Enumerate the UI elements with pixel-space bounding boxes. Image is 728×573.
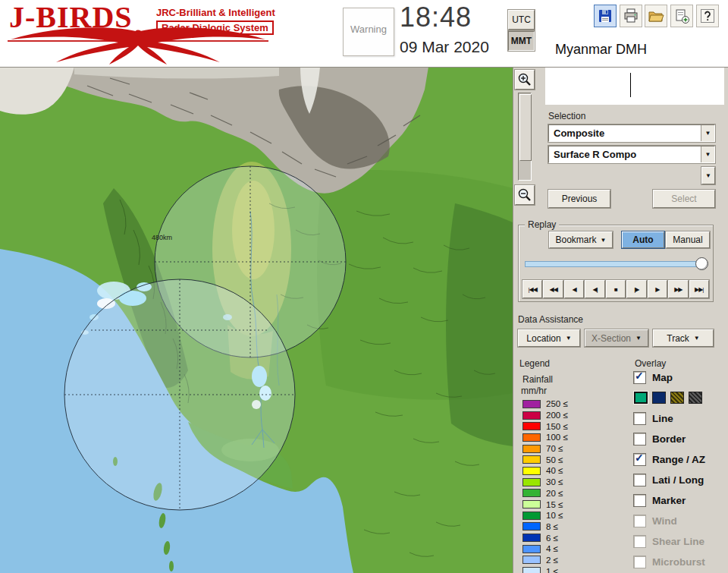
save-button[interactable] [594, 5, 617, 27]
overlay-item-range-az[interactable]: ✓Range / AZ [633, 453, 727, 466]
checkbox[interactable] [633, 474, 646, 486]
help-button[interactable] [696, 5, 719, 27]
previous-button[interactable]: Previous [548, 190, 610, 208]
zoom-slider-thumb[interactable] [519, 94, 532, 161]
text-cursor [630, 73, 631, 97]
print-icon [623, 8, 639, 24]
map-style-swatch-1[interactable] [634, 392, 648, 404]
overlay-item-map[interactable]: ✓Map [633, 371, 727, 384]
chevron-down-icon[interactable]: ▼ [701, 125, 714, 141]
overlay-item-border[interactable]: Border [633, 433, 727, 445]
legend-color-swatch [522, 556, 541, 564]
jump-to-end-button[interactable]: ▶▶| [689, 280, 709, 298]
map-style-swatch-2[interactable] [652, 392, 666, 404]
overlay-item-shear-line: Shear Line [633, 535, 727, 548]
overlay-item-microburst: Microburst [633, 556, 727, 568]
data-assistance-label: Data Assistance [518, 314, 583, 325]
legend-item: 1 ≤ [522, 565, 621, 573]
fast-rewind-button[interactable]: ◀◀ [543, 280, 563, 298]
fast-forward-button[interactable]: ▶▶ [668, 280, 688, 298]
legend-color-swatch [522, 522, 541, 530]
legend-item: 8 ≤ [522, 521, 621, 533]
legend-item: 70 ≤ [522, 443, 621, 455]
chevron-down-icon: ▼ [635, 335, 642, 342]
overlay-item-wind: Wind [633, 515, 727, 527]
checkbox[interactable] [633, 494, 646, 507]
auto-mode-button[interactable]: Auto [622, 231, 664, 248]
extra-select-arrow[interactable]: ▼ [701, 167, 715, 184]
command-input[interactable] [545, 67, 724, 105]
product-select[interactable]: Surface R Compo ▼ [548, 146, 715, 163]
legend-value: 150 ≤ [546, 422, 568, 431]
jump-to-start-button[interactable]: |◀◀ [522, 280, 542, 298]
zoom-slider[interactable] [518, 93, 532, 181]
chevron-down-icon[interactable]: ▼ [701, 146, 714, 162]
manual-mode-button[interactable]: Manual [666, 231, 710, 248]
print-button[interactable] [620, 5, 642, 27]
legend-item: 6 ≤ [522, 532, 621, 543]
overlay-item-marker[interactable]: Marker [633, 494, 727, 507]
composite-select[interactable]: Composite ▼ [548, 124, 715, 142]
legend-value: 20 ≤ [546, 489, 563, 498]
overlay-item-label: Line [652, 413, 673, 424]
checkbox [633, 556, 646, 568]
checkbox[interactable] [633, 433, 646, 445]
radar-map[interactable]: 480km [0, 67, 513, 573]
map-style-swatch-4[interactable] [689, 392, 702, 404]
legend-color-swatch [522, 433, 541, 442]
legend-value: 10 ≤ [546, 511, 563, 520]
stop-button[interactable]: ■ [606, 280, 626, 298]
location-button[interactable]: Location ▼ [518, 329, 580, 347]
replay-label: Replay [525, 219, 559, 230]
chevron-down-icon: ▼ [694, 335, 700, 342]
step-forward-button[interactable]: |▶ [626, 280, 646, 298]
zoom-in-button[interactable] [515, 70, 535, 90]
legend-unit-2: mm/hr [521, 386, 547, 396]
play-button[interactable]: ▶ [648, 280, 667, 298]
legend-color-swatch [522, 467, 541, 475]
replay-slider-track[interactable] [525, 261, 707, 267]
checkbox[interactable] [633, 412, 646, 425]
legend-item: 20 ≤ [522, 488, 621, 499]
export-button[interactable] [670, 5, 693, 27]
step-back-button[interactable]: ◀| [585, 280, 604, 298]
track-button[interactable]: Track ▼ [653, 329, 714, 347]
legend-item: 250 ≤ [522, 398, 621, 410]
utc-toggle-button[interactable]: UTC [508, 10, 535, 30]
legend-color-swatch [522, 478, 541, 486]
checkbox[interactable]: ✓ [633, 371, 646, 384]
product-select-value: Surface R Compo [549, 146, 701, 162]
legend-color-swatch [522, 500, 541, 508]
play-reverse-button[interactable]: ◀ [564, 280, 584, 298]
open-folder-button[interactable] [645, 5, 667, 27]
overlay-item-lati-long[interactable]: Lati / Long [633, 474, 727, 486]
check-icon: ✓ [635, 452, 644, 464]
overlay-item-line[interactable]: Line [633, 412, 727, 425]
legend-value: 15 ≤ [546, 500, 563, 509]
overlay-item-label: Marker [652, 495, 686, 506]
replay-group: Replay Bookmark ▼ Auto Manual |◀◀◀◀◀◀|■|… [518, 225, 714, 302]
x-section-button[interactable]: X-Section ▼ [585, 329, 648, 347]
overlay-item-label: Wind [652, 515, 677, 527]
replay-slider-thumb[interactable] [695, 257, 708, 270]
select-button[interactable]: Select [653, 190, 715, 208]
overlay-item-label: Map [652, 372, 673, 383]
clock-date: 09 Mar 2020 [400, 38, 489, 56]
legend-value: 50 ≤ [546, 455, 563, 464]
chevron-down-icon: ▼ [601, 237, 607, 244]
rainfall-legend: 250 ≤200 ≤150 ≤100 ≤70 ≤50 ≤40 ≤30 ≤20 ≤… [522, 398, 621, 573]
mmt-toggle-button[interactable]: MMT [508, 31, 535, 51]
bookmark-button[interactable]: Bookmark ▼ [549, 231, 613, 248]
export-icon [673, 8, 690, 24]
map-style-swatch-3[interactable] [670, 392, 684, 404]
replay-timeline-slider[interactable] [525, 257, 707, 271]
legend-value: 100 ≤ [546, 433, 568, 442]
help-icon [699, 8, 716, 24]
control-panel: Selection Composite ▼ Surface R Compo ▼ … [513, 67, 728, 573]
zoom-out-button[interactable] [515, 185, 535, 205]
eagle-logo-icon [6, 27, 270, 65]
checkbox[interactable]: ✓ [633, 453, 646, 466]
overlay-item-label: Shear Line [652, 536, 704, 547]
legend-unit-1: Rainfall [522, 374, 553, 385]
legend-item: 50 ≤ [522, 454, 621, 465]
